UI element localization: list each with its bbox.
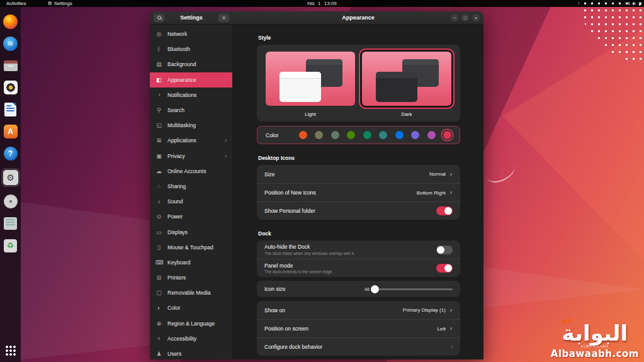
- screen-position-dropdown[interactable]: Left ∨: [438, 326, 453, 332]
- autohide-row: Auto-hide the Dock The dock hides when a…: [257, 240, 460, 259]
- accent-color-row: Color: [257, 126, 460, 144]
- sidebar-label: Keyboard: [167, 259, 190, 266]
- sidebar-item-privacy[interactable]: ▣Privacy›: [150, 149, 232, 164]
- sidebar-label: Power: [167, 213, 183, 220]
- clock-button[interactable]: Nis 1 13:09: [307, 1, 336, 6]
- swatch-blue[interactable]: [395, 131, 404, 139]
- swatch-magenta[interactable]: [427, 131, 436, 139]
- sidebar-item-mouse-touchpad[interactable]: ▯Mouse & Touchpad: [150, 240, 232, 255]
- sidebar-label: Online Accounts: [167, 168, 206, 174]
- sidebar-item-color[interactable]: ◐Color: [150, 300, 232, 315]
- dock-item-ubuntu-software[interactable]: A: [3, 124, 18, 139]
- close-button[interactable]: ×: [472, 14, 480, 21]
- screen-position-value: Left: [438, 326, 446, 332]
- configure-dock-row[interactable]: Configure dock behavior ›: [257, 337, 460, 356]
- sidebar-label: Privacy: [167, 153, 185, 159]
- swatch-prussian-green[interactable]: [379, 131, 387, 139]
- keyboard-icon: ⌨: [155, 259, 162, 266]
- style-section-heading: Style: [258, 35, 460, 41]
- lock-icon: ▣: [155, 153, 162, 159]
- sidebar-label: Background: [167, 61, 196, 67]
- sidebar-label: Users: [167, 351, 181, 357]
- size-dropdown[interactable]: Normal ∨: [429, 171, 453, 177]
- sidebar-item-appearance[interactable]: ◧Appearance: [150, 72, 232, 88]
- slider-knob[interactable]: [371, 285, 379, 293]
- sidebar-label: Color: [167, 305, 180, 311]
- sidebar-item-keyboard[interactable]: ⌨Keyboard: [150, 255, 232, 270]
- dock-item-trash[interactable]: ♻: [3, 238, 18, 253]
- sidebar-label: Bluetooth: [167, 46, 190, 52]
- settings-window: Settings ≡ Appearance − □ × ◎Network ᛒBl…: [150, 11, 483, 359]
- dock-item-help[interactable]: ?: [3, 146, 18, 161]
- dock-item-libreoffice-writer[interactable]: [3, 102, 18, 117]
- main-menu-button[interactable]: ≡: [218, 14, 229, 22]
- sidebar-item-notifications[interactable]: ◔Notifications: [150, 88, 232, 103]
- sidebar-item-printers[interactable]: ⊟Printers: [150, 270, 232, 285]
- rhythmbox-icon: [4, 81, 18, 94]
- autohide-label: Auto-hide the Dock: [264, 244, 355, 250]
- power-icon: ⊙: [155, 213, 162, 220]
- minimize-button[interactable]: −: [451, 14, 458, 21]
- bell-icon: ◔: [155, 92, 162, 98]
- sidebar-item-accessibility[interactable]: +Accessibility: [150, 331, 232, 346]
- multitasking-icon: ◱: [155, 122, 162, 128]
- system-tray[interactable]: ⇅ ♫ ▮: [627, 1, 641, 6]
- search-icon: [157, 16, 161, 20]
- swatch-orange[interactable]: [299, 131, 307, 139]
- new-icons-position-value: Bottom Right: [417, 190, 446, 196]
- thunderbird-icon: ✉: [3, 37, 18, 51]
- sidebar-item-region-language[interactable]: ⊕Region & Language: [150, 316, 232, 331]
- dock-item-rhythmbox[interactable]: [3, 80, 18, 95]
- swatch-red-selected[interactable]: [443, 131, 451, 139]
- dock-position-card: Show on Primary Display (1) ∨ Position o…: [257, 301, 460, 356]
- autohide-toggle[interactable]: [436, 246, 453, 254]
- sidebar-item-power[interactable]: ⊙Power: [150, 209, 232, 224]
- sidebar-item-sharing[interactable]: ∴Sharing: [150, 179, 232, 194]
- screen-position-label: Position on screen: [264, 325, 308, 332]
- sidebar-label: Sound: [167, 198, 183, 205]
- sidebar-item-applications[interactable]: ⊞Applications›: [150, 133, 232, 148]
- sidebar-item-bluetooth[interactable]: ᛒBluetooth: [150, 42, 232, 57]
- personal-folder-toggle[interactable]: [436, 206, 453, 215]
- dock-item-files[interactable]: [3, 58, 18, 73]
- sidebar-label: Removable Media: [167, 290, 211, 296]
- desktop: Activities ⚙ Settings Nis 1 13:09 ⇅ ♫ ▮ …: [0, 0, 644, 362]
- size-row: Size Normal ∨: [257, 165, 460, 183]
- swatch-purple[interactable]: [411, 131, 419, 139]
- chevron-down-icon: ∨: [449, 190, 453, 195]
- removable-media-icon: ▢: [155, 290, 162, 296]
- sidebar-item-displays[interactable]: ▭Displays: [150, 224, 232, 239]
- dock-item-settings-active[interactable]: ⚙: [1, 168, 20, 187]
- sidebar-item-multitasking[interactable]: ◱Multitasking: [150, 118, 232, 133]
- network-globe-icon: ◎: [155, 31, 162, 37]
- panel-mode-toggle[interactable]: [436, 264, 453, 273]
- sidebar-item-removable-media[interactable]: ▢Removable Media: [150, 285, 232, 300]
- sidebar-item-search[interactable]: ⚲Search: [150, 103, 232, 118]
- swatch-viridian[interactable]: [363, 131, 371, 139]
- network-icon: ⇅: [627, 1, 630, 6]
- swatch-olive[interactable]: [347, 131, 355, 139]
- sidebar-label: Multitasking: [167, 122, 196, 128]
- icon-size-slider[interactable]: [375, 288, 453, 290]
- sidebar-item-background[interactable]: ▤Background: [150, 57, 232, 72]
- sidebar-item-sound[interactable]: ♪Sound: [150, 194, 232, 209]
- sidebar-item-users[interactable]: ♟Users: [150, 346, 232, 359]
- new-icons-position-dropdown[interactable]: Bottom Right ∨: [417, 190, 453, 196]
- style-tile-dark[interactable]: Dark: [360, 50, 453, 119]
- dock-item-disc-volume[interactable]: [3, 194, 18, 209]
- style-tile-light[interactable]: Light: [264, 50, 357, 119]
- sidebar-item-network[interactable]: ◎Network: [150, 26, 232, 42]
- show-on-dropdown[interactable]: Primary Display (1) ∨: [403, 307, 453, 313]
- swatch-bark[interactable]: [315, 131, 323, 139]
- activities-button[interactable]: Activities: [6, 1, 26, 6]
- show-applications-button[interactable]: [5, 345, 16, 356]
- dock-item-thunderbird[interactable]: ✉: [3, 36, 18, 51]
- autohide-subtitle: The dock hides when any windows overlap …: [264, 251, 355, 256]
- focused-app-menu[interactable]: ⚙ Settings: [48, 1, 72, 6]
- dock-item-floppy-volume[interactable]: [3, 216, 18, 231]
- maximize-button[interactable]: □: [461, 14, 469, 21]
- sidebar-item-online-accounts[interactable]: ☁Online Accounts: [150, 164, 232, 179]
- dock-item-firefox[interactable]: [3, 14, 18, 29]
- search-button[interactable]: [154, 14, 164, 22]
- swatch-sage[interactable]: [331, 131, 339, 139]
